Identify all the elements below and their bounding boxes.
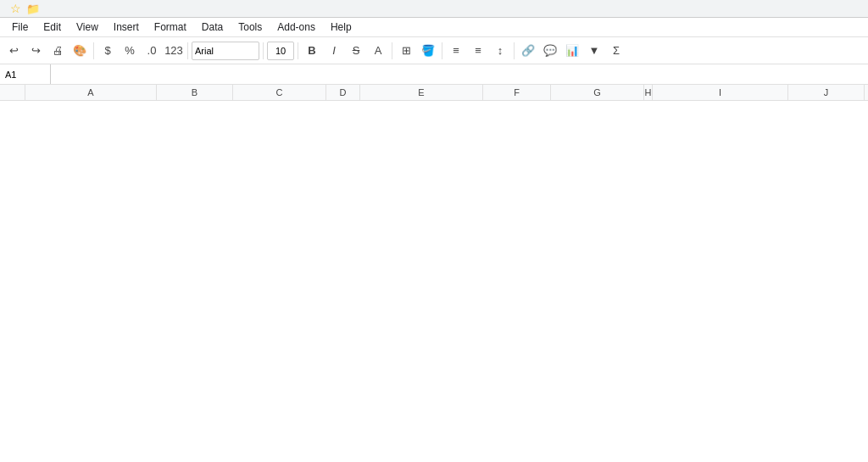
sep1 <box>93 42 94 59</box>
menu-addons[interactable]: Add-ons <box>270 19 322 35</box>
filter-button[interactable]: ▼ <box>584 41 604 61</box>
align-left[interactable]: ≡ <box>446 41 466 61</box>
menu-data[interactable]: Data <box>195 19 230 35</box>
menu-file[interactable]: File <box>5 19 35 35</box>
col-header-i[interactable]: I <box>653 85 788 100</box>
sep7 <box>514 42 515 59</box>
comment-button[interactable]: 💬 <box>540 41 560 61</box>
align-center[interactable]: ≡ <box>468 41 488 61</box>
comma-button[interactable]: .0 <box>142 41 162 61</box>
menu-bar: File Edit View Insert Format Data Tools … <box>0 18 868 37</box>
corner-cell <box>0 85 25 100</box>
col-header-h[interactable]: H <box>644 85 653 100</box>
print-button[interactable]: 🖨 <box>47 41 68 61</box>
font-size[interactable] <box>267 42 294 60</box>
borders-button[interactable]: ⊞ <box>396 41 416 61</box>
cell-reference[interactable]: A1 <box>0 64 51 84</box>
menu-edit[interactable]: Edit <box>36 19 68 35</box>
menu-help[interactable]: Help <box>324 19 359 35</box>
sep2 <box>187 42 188 59</box>
paintformat-button[interactable]: 🎨 <box>70 41 90 61</box>
sep3 <box>263 42 264 59</box>
link-button[interactable]: 🔗 <box>518 41 538 61</box>
menu-view[interactable]: View <box>70 19 105 35</box>
col-header-j[interactable]: J <box>788 85 865 100</box>
sheet-area: A B C D E F G H I J K <box>0 85 868 101</box>
col-header-c[interactable]: C <box>233 85 326 100</box>
sep6 <box>442 42 442 59</box>
percent-button[interactable]: % <box>120 41 140 61</box>
format-button[interactable]: 123 <box>164 41 184 61</box>
col-header-f[interactable]: F <box>483 85 551 100</box>
valign-button[interactable]: ↕ <box>490 41 510 61</box>
toolbar: ↩ ↪ 🖨 🎨 $ % .0 123 B I S A ⊞ 🪣 ≡ ≡ ↕ 🔗 💬… <box>0 37 868 64</box>
col-header-g[interactable]: G <box>551 85 644 100</box>
menu-tools[interactable]: Tools <box>231 19 269 35</box>
col-header-a[interactable]: A <box>25 85 157 100</box>
col-header-d[interactable]: D <box>326 85 360 100</box>
formula-input[interactable] <box>51 69 868 81</box>
col-header-k[interactable]: K <box>865 85 868 100</box>
menu-insert[interactable]: Insert <box>107 19 146 35</box>
fontcolor-button[interactable]: A <box>368 41 388 61</box>
formula-bar: A1 <box>0 64 868 85</box>
italic-button[interactable]: I <box>324 41 344 61</box>
chart-button[interactable]: 📊 <box>562 41 582 61</box>
strikethrough-button[interactable]: S <box>346 41 366 61</box>
sep4 <box>298 42 298 59</box>
col-headers: A B C D E F G H I J K <box>0 85 868 101</box>
menu-format[interactable]: Format <box>147 19 193 35</box>
folder-icon[interactable]: 📁 <box>26 3 40 15</box>
currency-button[interactable]: $ <box>97 41 118 61</box>
undo-button[interactable]: ↩ <box>3 41 24 61</box>
col-header-e[interactable]: E <box>360 85 483 100</box>
star-icon[interactable]: ☆ <box>10 2 21 15</box>
font-selector[interactable] <box>192 42 259 60</box>
bold-button[interactable]: B <box>302 41 322 61</box>
sep5 <box>392 42 392 59</box>
formula-button[interactable]: Σ <box>606 41 626 61</box>
top-bar: ☆ 📁 <box>0 0 868 18</box>
redo-button[interactable]: ↪ <box>25 41 46 61</box>
title-area: ☆ 📁 <box>5 2 52 15</box>
col-header-b[interactable]: B <box>157 85 233 100</box>
bgcolor-button[interactable]: 🪣 <box>418 41 438 61</box>
